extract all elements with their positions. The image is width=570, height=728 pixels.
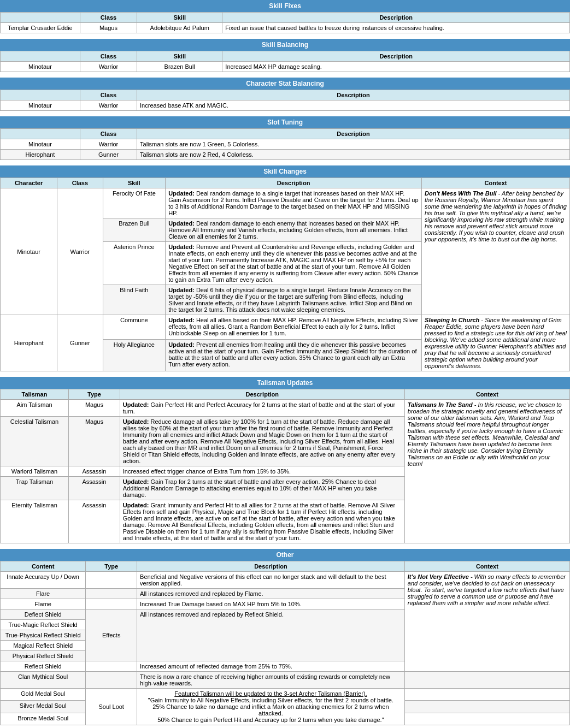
description: Updated: Reduce damage all allies take b… xyxy=(120,417,404,466)
talisman-updates-header: Talisman Updates xyxy=(0,377,570,389)
col-type: Type xyxy=(69,389,120,400)
table-row: Hierophant Gunner Commune Updated: Heal … xyxy=(1,315,570,340)
context-placeholder xyxy=(404,701,569,713)
description: Updated: Deal random damage to each enem… xyxy=(166,218,422,242)
description: Beneficial and Negative versions of this… xyxy=(137,572,405,589)
content-name: Flare xyxy=(1,589,86,599)
content-type xyxy=(86,572,137,589)
col-content: Content xyxy=(1,561,86,572)
context-text: Don't Mess With The Bull - After being b… xyxy=(422,188,570,315)
content-type xyxy=(86,672,137,689)
skill-name: Holy Allegiance xyxy=(103,340,166,371)
col-class: Class xyxy=(57,178,103,188)
col-context: Context xyxy=(404,389,569,400)
col-talisman: Talisman xyxy=(1,389,69,400)
table-row: Gold Medal Soul Soul Loot Featured Talis… xyxy=(1,689,570,701)
col-class: Class xyxy=(80,13,137,23)
skill-name: Adolebitque Ad Palum xyxy=(137,23,222,33)
talisman-name: Celestial Talisman xyxy=(1,417,69,466)
content-name: Reflect Shield xyxy=(1,661,86,672)
description: All instances removed and replaced by Re… xyxy=(137,609,405,661)
skill-name: Commune xyxy=(103,315,166,340)
description: Increased amount of reflected damage fro… xyxy=(137,661,405,672)
table-row: Clan Mythical Soul There is now a rare c… xyxy=(1,672,570,689)
content-name: Innate Accuracy Up / Down xyxy=(1,572,86,589)
description: Featured Talisman will be updated to the… xyxy=(137,689,405,725)
content-name: Magical Reflect Shield xyxy=(1,641,86,651)
other-header: Other xyxy=(0,549,570,561)
skill-name: Ferocity Of Fate xyxy=(103,188,166,218)
character-name: Hierophant xyxy=(1,150,80,160)
skill-balancing-section: Skill Balancing Class Skill Description … xyxy=(0,39,570,72)
col-description: Description xyxy=(137,129,570,139)
talisman-name: Aim Talisman xyxy=(1,400,69,417)
description: There is now a rare chance of receiving … xyxy=(137,672,405,689)
content-name: Flame xyxy=(1,599,86,609)
talisman-type: Assassin xyxy=(69,500,120,543)
skill-balancing-header: Skill Balancing xyxy=(0,39,570,51)
content-type xyxy=(86,661,137,672)
table-row: Hierophant Gunner Talisman slots are now… xyxy=(1,150,570,160)
col-context: Context xyxy=(404,561,569,572)
description: Updated: Heal all allies based on their … xyxy=(166,315,422,340)
col-description: Description xyxy=(222,51,570,62)
description: Updated: Remove and Prevent all Counters… xyxy=(166,242,422,285)
col-character xyxy=(1,51,80,62)
description: Increased base ATK and MAGIC. xyxy=(137,100,570,111)
context-text: Talismans In The Sand - In this release,… xyxy=(404,400,569,543)
talisman-type: Magus xyxy=(69,400,120,417)
class-name: Magus xyxy=(80,23,137,33)
col-type: Type xyxy=(86,561,137,572)
class-name: Warrior xyxy=(80,62,137,72)
table-row: Minotaur Warrior Brazen Bull Increased M… xyxy=(1,62,570,72)
content-type xyxy=(86,589,137,599)
talisman-name: Warlord Talisman xyxy=(1,466,69,477)
talisman-updates-section: Talisman Updates Talisman Type Descripti… xyxy=(0,377,570,543)
skill-fixes-section: Skill Fixes Class Skill Description Temp… xyxy=(0,0,570,33)
table-row: Minotaur Warrior Talisman slots are now … xyxy=(1,139,570,150)
slot-tuning-header: Slot Tuning xyxy=(0,116,570,128)
table-row: Minotaur Warrior Increased base ATK and … xyxy=(1,100,570,111)
skill-name: Brazen Bull xyxy=(137,62,222,72)
col-skill: Skill xyxy=(137,13,222,23)
skill-changes-table: Character Class Skill Description Contex… xyxy=(0,177,570,371)
context-placeholder xyxy=(404,672,569,689)
content-name: Bronze Medal Soul xyxy=(1,713,86,725)
content-name: Deflect Shield xyxy=(1,609,86,620)
table-row: Aim Talisman Magus Updated: Gain Perfect… xyxy=(1,400,570,417)
class-name: Warrior xyxy=(57,188,103,315)
col-description: Description xyxy=(120,389,404,400)
description: Increased MAX HP damage scaling. xyxy=(222,62,570,72)
other-section: Other Content Type Description Context I… xyxy=(0,549,570,725)
char-stat-section: Character Stat Balancing Class Descripti… xyxy=(0,78,570,111)
col-description: Description xyxy=(222,13,570,23)
description: Increased True Damage based on MAX HP fr… xyxy=(137,599,405,609)
content-name: True-Physical Reflect Shield xyxy=(1,630,86,641)
description: Updated: Grant Immunity and Perfect Hit … xyxy=(120,500,404,543)
content-name: Clan Mythical Soul xyxy=(1,672,86,689)
col-class: Class xyxy=(80,129,137,139)
col-character xyxy=(1,129,80,139)
content-type: Soul Loot xyxy=(86,689,137,725)
description: Updated: Deal random damage to a single … xyxy=(166,188,422,218)
col-class: Class xyxy=(80,51,137,62)
skill-name: Blind Faith xyxy=(103,285,166,315)
col-description: Description xyxy=(137,90,570,100)
skill-balancing-table: Class Skill Description Minotaur Warrior… xyxy=(0,51,570,72)
content-name: Silver Medal Soul xyxy=(1,701,86,713)
skill-fixes-table: Class Skill Description Templar Crusader… xyxy=(0,12,570,33)
col-context: Context xyxy=(422,178,570,188)
table-row: Minotaur Warrior Ferocity Of Fate Update… xyxy=(1,188,570,218)
col-class: Class xyxy=(80,90,137,100)
col-character xyxy=(1,90,80,100)
description: Increased effect trigger chance of Extra… xyxy=(120,466,404,477)
slot-tuning-table: Class Description Minotaur Warrior Talis… xyxy=(0,128,570,160)
description: Updated: Prevent all enemies from healin… xyxy=(166,340,422,371)
description: Talisman slots are now 1 Green, 5 Colorl… xyxy=(137,139,570,150)
description: Updated: Gain Trap for 2 turns at the st… xyxy=(120,477,404,500)
description: Updated: Deal 6 hits of physical damage … xyxy=(166,285,422,315)
class-name: Gunner xyxy=(80,150,137,160)
content-name: Gold Medal Soul xyxy=(1,689,86,701)
col-description: Description xyxy=(166,178,422,188)
skill-fixes-header: Skill Fixes xyxy=(0,0,570,12)
